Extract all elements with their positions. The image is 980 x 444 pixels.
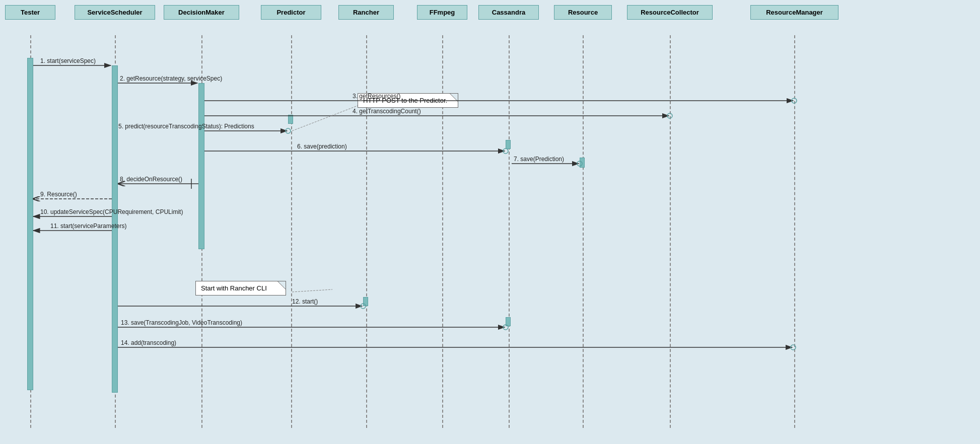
lifeline-cassandra: Cassandra <box>478 5 539 20</box>
activation-rancher <box>363 297 368 306</box>
lifeline-line-resourcecollector <box>670 35 671 428</box>
lifeline-line-cassandra <box>509 35 510 428</box>
svg-text:12. start(): 12. start() <box>292 298 318 305</box>
svg-text:4. getTranscodingCount(): 4. getTranscodingCount() <box>353 108 421 115</box>
lifeline-resourcemanager: ResourceManager <box>750 5 838 20</box>
activation-cassandra-2 <box>506 317 511 326</box>
lifeline-scheduler: ServiceScheduler <box>75 5 155 20</box>
svg-point-33 <box>286 128 291 133</box>
note-rancher-cli: Start with Rancher CLI <box>195 281 286 295</box>
lifeline-line-resourcemanager <box>794 35 795 428</box>
svg-text:6. save(prediction): 6. save(prediction) <box>297 143 347 150</box>
svg-line-40 <box>292 289 332 292</box>
lifeline-tester: Tester <box>5 5 55 20</box>
note-http-post: HTTP POST to the Predictor. <box>358 93 458 108</box>
activation-predictor <box>288 115 293 124</box>
activation-scheduler <box>112 65 118 393</box>
lifeline-predictor: Predictor <box>261 5 321 20</box>
activation-decisionmaker <box>198 83 204 249</box>
activation-resource <box>580 158 585 168</box>
sequence-diagram: Tester ServiceScheduler DecisionMaker Pr… <box>0 0 980 444</box>
lifeline-line-resource <box>583 35 584 428</box>
activation-cassandra-1 <box>506 140 511 149</box>
lifeline-line-predictor <box>291 35 292 428</box>
svg-text:5. predict(resourceTranscoding: 5. predict(resourceTranscodingStatus): P… <box>118 123 254 130</box>
svg-text:7. save(Prediction): 7. save(Prediction) <box>514 156 564 163</box>
svg-point-34 <box>503 149 508 154</box>
svg-text:13. save(TranscodingJob, Video: 13. save(TranscodingJob, VideoTranscodin… <box>121 319 242 326</box>
svg-text:8. decideOnResource(): 8. decideOnResource() <box>120 176 182 183</box>
lifeline-decisionmaker: DecisionMaker <box>164 5 239 20</box>
svg-text:2. getResource(strategy, servi: 2. getResource(strategy, serviceSpec) <box>120 75 222 82</box>
svg-text:9. Resource(): 9. Resource() <box>40 191 77 198</box>
activation-tester <box>27 58 33 390</box>
svg-text:14. add(transcoding): 14. add(transcoding) <box>121 339 176 346</box>
svg-line-39 <box>292 106 358 131</box>
lifeline-resourcecollector: ResourceCollector <box>627 5 713 20</box>
lifeline-ffmpeg: FFmpeg <box>417 5 467 20</box>
arrows-svg: 1. start(serviceSpec) 2. getResource(str… <box>0 0 980 444</box>
lifeline-rancher: Rancher <box>338 5 394 20</box>
svg-text:1. start(serviceSpec): 1. start(serviceSpec) <box>40 57 96 64</box>
lifeline-resource: Resource <box>554 5 612 20</box>
